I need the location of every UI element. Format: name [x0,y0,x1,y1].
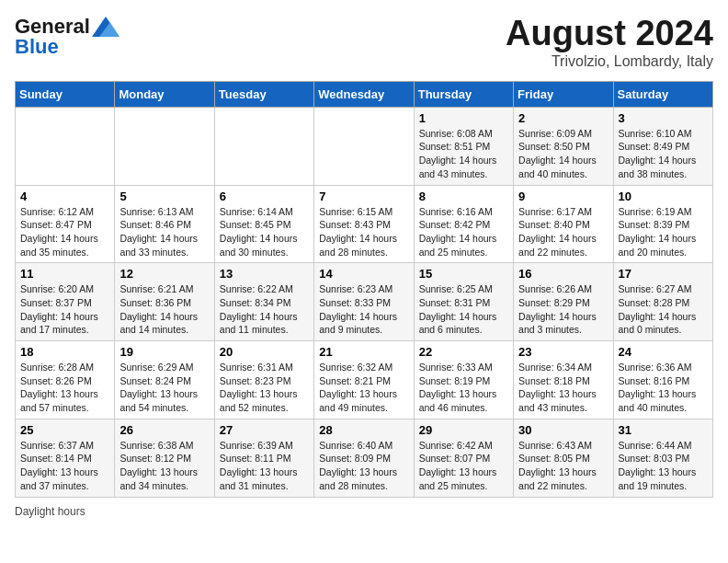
day-number: 24 [619,345,708,359]
day-of-week-header: Sunday [16,81,115,107]
calendar-cell: 5Sunrise: 6:13 AM Sunset: 8:46 PM Daylig… [115,185,214,263]
calendar-cell: 31Sunrise: 6:44 AM Sunset: 8:03 PM Dayli… [613,419,712,497]
day-info: Sunrise: 6:13 AM Sunset: 8:46 PM Dayligh… [119,205,209,259]
day-info: Sunrise: 6:40 AM Sunset: 8:09 PM Dayligh… [319,439,408,493]
day-number: 22 [419,345,508,359]
day-info: Sunrise: 6:38 AM Sunset: 8:12 PM Dayligh… [119,439,209,493]
day-info: Sunrise: 6:33 AM Sunset: 8:19 PM Dayligh… [419,361,508,415]
day-info: Sunrise: 6:08 AM Sunset: 8:51 PM Dayligh… [419,127,508,181]
day-number: 4 [20,190,109,203]
day-number: 30 [518,423,608,437]
day-number: 2 [518,111,608,125]
calendar-cell: 16Sunrise: 6:26 AM Sunset: 8:29 PM Dayli… [514,263,613,341]
calendar-cell: 11Sunrise: 6:20 AM Sunset: 8:37 PM Dayli… [16,263,115,341]
day-number: 27 [220,423,309,437]
day-info: Sunrise: 6:29 AM Sunset: 8:24 PM Dayligh… [119,361,209,415]
calendar-cell: 30Sunrise: 6:43 AM Sunset: 8:05 PM Dayli… [514,419,613,497]
day-info: Sunrise: 6:23 AM Sunset: 8:33 PM Dayligh… [319,282,408,337]
day-number: 5 [119,190,209,203]
day-info: Sunrise: 6:17 AM Sunset: 8:40 PM Dayligh… [518,205,608,259]
day-number: 8 [419,190,508,203]
day-info: Sunrise: 6:44 AM Sunset: 8:03 PM Dayligh… [619,439,708,493]
day-info: Sunrise: 6:22 AM Sunset: 8:34 PM Dayligh… [220,282,309,337]
calendar-cell: 18Sunrise: 6:28 AM Sunset: 8:26 PM Dayli… [16,341,115,419]
calendar-cell: 21Sunrise: 6:32 AM Sunset: 8:21 PM Dayli… [314,341,414,419]
day-of-week-header: Saturday [613,81,712,107]
day-info: Sunrise: 6:28 AM Sunset: 8:26 PM Dayligh… [20,361,109,415]
calendar-cell: 8Sunrise: 6:16 AM Sunset: 8:42 PM Daylig… [414,185,513,263]
day-of-week-header: Tuesday [214,81,313,107]
calendar-cell: 28Sunrise: 6:40 AM Sunset: 8:09 PM Dayli… [314,419,414,497]
day-number: 1 [419,111,508,125]
logo: General Blue [15,15,119,59]
calendar-cell: 23Sunrise: 6:34 AM Sunset: 8:18 PM Dayli… [514,341,613,419]
subtitle: Trivolzio, Lombardy, Italy [506,53,713,70]
calendar-cell: 25Sunrise: 6:37 AM Sunset: 8:14 PM Dayli… [16,419,115,497]
day-info: Sunrise: 6:20 AM Sunset: 8:37 PM Dayligh… [20,282,109,337]
logo-blue: Blue [15,35,59,59]
day-number: 31 [619,423,708,437]
calendar-week-row: 4Sunrise: 6:12 AM Sunset: 8:47 PM Daylig… [16,185,713,263]
calendar-cell: 12Sunrise: 6:21 AM Sunset: 8:36 PM Dayli… [115,263,214,341]
calendar-week-row: 25Sunrise: 6:37 AM Sunset: 8:14 PM Dayli… [16,419,713,497]
calendar-cell: 10Sunrise: 6:19 AM Sunset: 8:39 PM Dayli… [613,185,712,263]
day-info: Sunrise: 6:27 AM Sunset: 8:28 PM Dayligh… [619,282,708,337]
day-number: 9 [518,190,608,203]
calendar-cell: 22Sunrise: 6:33 AM Sunset: 8:19 PM Dayli… [414,341,513,419]
day-number: 6 [220,190,309,203]
day-info: Sunrise: 6:42 AM Sunset: 8:07 PM Dayligh… [419,439,508,493]
day-info: Sunrise: 6:37 AM Sunset: 8:14 PM Dayligh… [20,439,109,493]
calendar-cell: 27Sunrise: 6:39 AM Sunset: 8:11 PM Dayli… [214,419,313,497]
calendar-cell: 13Sunrise: 6:22 AM Sunset: 8:34 PM Dayli… [214,263,313,341]
day-info: Sunrise: 6:25 AM Sunset: 8:31 PM Dayligh… [419,282,508,337]
calendar-cell [214,107,313,185]
day-number: 12 [119,267,209,281]
calendar-cell: 3Sunrise: 6:10 AM Sunset: 8:49 PM Daylig… [613,107,712,185]
day-number: 15 [419,267,508,281]
day-info: Sunrise: 6:16 AM Sunset: 8:42 PM Dayligh… [419,205,508,259]
calendar-week-row: 11Sunrise: 6:20 AM Sunset: 8:37 PM Dayli… [16,263,713,341]
calendar-cell: 29Sunrise: 6:42 AM Sunset: 8:07 PM Dayli… [414,419,513,497]
calendar-table: SundayMondayTuesdayWednesdayThursdayFrid… [15,81,713,498]
calendar-header-row: SundayMondayTuesdayWednesdayThursdayFrid… [16,81,713,107]
page-header: General Blue August 2024 Trivolzio, Lomb… [15,15,713,70]
day-of-week-header: Wednesday [314,81,414,107]
day-info: Sunrise: 6:32 AM Sunset: 8:21 PM Dayligh… [319,361,408,415]
day-of-week-header: Friday [514,81,613,107]
day-number: 29 [419,423,508,437]
day-number: 18 [20,345,109,359]
calendar-cell [16,107,115,185]
day-of-week-header: Monday [115,81,214,107]
calendar-cell: 20Sunrise: 6:31 AM Sunset: 8:23 PM Dayli… [214,341,313,419]
day-number: 20 [220,345,309,359]
day-info: Sunrise: 6:43 AM Sunset: 8:05 PM Dayligh… [518,439,608,493]
day-number: 23 [518,345,608,359]
day-info: Sunrise: 6:34 AM Sunset: 8:18 PM Dayligh… [518,361,608,415]
calendar-cell: 26Sunrise: 6:38 AM Sunset: 8:12 PM Dayli… [115,419,214,497]
calendar-cell: 15Sunrise: 6:25 AM Sunset: 8:31 PM Dayli… [414,263,513,341]
day-number: 16 [518,267,608,281]
day-info: Sunrise: 6:09 AM Sunset: 8:50 PM Dayligh… [518,127,608,181]
day-info: Sunrise: 6:19 AM Sunset: 8:39 PM Dayligh… [619,205,708,259]
calendar-week-row: 1Sunrise: 6:08 AM Sunset: 8:51 PM Daylig… [16,107,713,185]
calendar-week-row: 18Sunrise: 6:28 AM Sunset: 8:26 PM Dayli… [16,341,713,419]
day-number: 7 [319,190,408,203]
calendar-cell: 24Sunrise: 6:36 AM Sunset: 8:16 PM Dayli… [613,341,712,419]
day-info: Sunrise: 6:15 AM Sunset: 8:43 PM Dayligh… [319,205,408,259]
day-number: 14 [319,267,408,281]
day-number: 13 [220,267,309,281]
day-info: Sunrise: 6:14 AM Sunset: 8:45 PM Dayligh… [220,205,309,259]
day-number: 10 [619,190,708,203]
logo-icon [92,17,119,37]
calendar-cell: 4Sunrise: 6:12 AM Sunset: 8:47 PM Daylig… [16,185,115,263]
day-info: Sunrise: 6:36 AM Sunset: 8:16 PM Dayligh… [619,361,708,415]
day-number: 21 [319,345,408,359]
calendar-cell: 9Sunrise: 6:17 AM Sunset: 8:40 PM Daylig… [514,185,613,263]
day-of-week-header: Thursday [414,81,513,107]
calendar-cell: 2Sunrise: 6:09 AM Sunset: 8:50 PM Daylig… [514,107,613,185]
footer-note: Daylight hours [15,505,713,518]
calendar-cell: 17Sunrise: 6:27 AM Sunset: 8:28 PM Dayli… [613,263,712,341]
calendar-cell [115,107,214,185]
day-number: 25 [20,423,109,437]
day-info: Sunrise: 6:26 AM Sunset: 8:29 PM Dayligh… [518,282,608,337]
